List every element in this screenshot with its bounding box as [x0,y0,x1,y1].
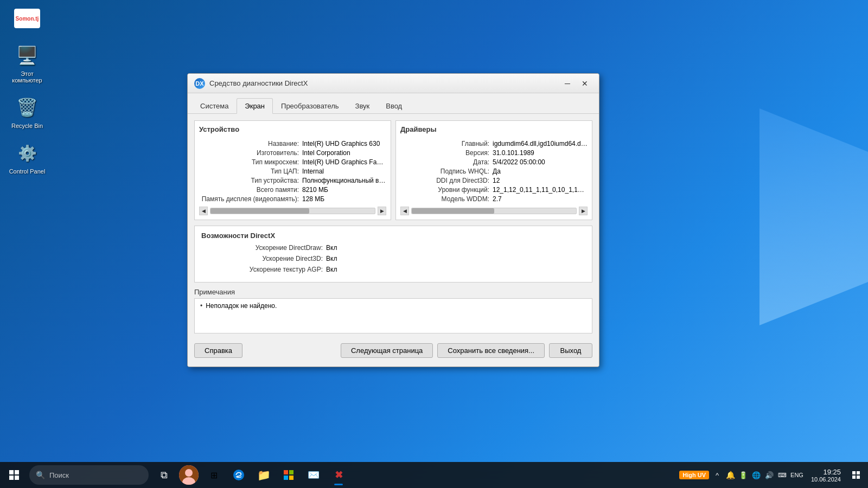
device-chip-label: Тип микросхем: [199,158,302,166]
svg-rect-8 [284,470,288,474]
direct3d-value: Вкл [326,255,337,262]
svg-rect-3 [15,476,19,480]
device-manufacturer-row: Изготовитель: Intel Corporation [199,149,386,157]
notes-text-0: Неполадок не найдено. [206,302,277,310]
driver-version-row: Версия: 31.0.101.1989 [400,149,588,157]
device-scrollbar-track [210,208,375,214]
driver-ddi-row: DDI для Direct3D: 12 [400,177,588,184]
help-button[interactable]: Справка [194,343,242,358]
taskbar-mail[interactable]: ✉️ [302,463,326,487]
svg-rect-11 [289,476,293,480]
clock-date: 10.06.2024 [811,476,841,483]
device-scroll-right[interactable]: ▶ [378,207,386,215]
device-name-row: Название: Intel(R) UHD Graphics 630 [199,140,386,147]
svg-rect-0 [9,470,14,474]
start-button[interactable] [2,463,26,487]
dialog-app-icon: DX [194,78,205,89]
device-manufacturer-value: Intel Corporation [302,149,386,157]
drivers-scroll-bar: ◀ ▶ [400,207,588,215]
directdraw-label: Ускорение DirectDraw: [201,244,326,252]
notification-center-button[interactable] [846,465,866,485]
search-icon: 🔍 [36,471,45,479]
tray-battery-icon[interactable]: 🔋 [738,470,748,480]
svg-rect-14 [852,476,856,479]
taskbar-task-switcher[interactable]: ⊞ [202,463,226,487]
tab-input[interactable]: Ввод [378,98,410,114]
dialog-content: Устройство Название: Intel(R) UHD Graphi… [188,114,599,367]
language-indicator[interactable]: ENG [790,472,803,478]
driver-whql-label: Подпись WHQL: [400,168,493,175]
btn-group-right: Следующая страница Сохранить все сведени… [341,343,592,358]
driver-wddm-value: 2.7 [493,195,588,203]
drivers-info-list: Главный: igdumdim64.dll,igd10iumd64.dll,… [400,140,588,204]
device-total-mem-value: 8210 МБ [302,186,386,194]
system-tray: High UV ^ 🔔 🔋 🌐 🔊 ⌨ ENG [677,470,806,480]
svg-rect-1 [15,470,19,474]
taskbar: 🔍 ⧉ ⊞ [0,462,868,488]
device-disp-mem-label: Память дисплея (видеопамять): [199,195,302,203]
driver-ddi-value: 12 [493,177,588,184]
close-button[interactable]: ✕ [577,78,592,89]
notes-box: • Неполадок не найдено. [194,298,592,333]
tray-network-icon[interactable]: 🌐 [751,470,761,480]
device-name-value: Intel(R) UHD Graphics 630 [302,140,386,147]
driver-wddm-label: Модель WDDM: [400,195,493,203]
tab-screen[interactable]: Экран [237,98,273,114]
tab-sound[interactable]: Звук [347,98,378,114]
desktop-icons: Somon.tj 🖥️ Этот компьютер 🗑️ Recycle Bi… [5,5,49,175]
exit-button[interactable]: Выход [549,343,592,358]
tray-notification-icon[interactable]: 🔔 [725,470,735,480]
clock-area[interactable]: 19:25 10.06.2024 [807,468,845,483]
notes-bullet: • [200,302,202,310]
taskbar-app-list: ⧉ ⊞ 📁 [152,463,676,487]
drivers-scrollbar-thumb [412,208,494,214]
device-type-value: Полнофункциональный видеоадапт [302,177,386,184]
device-type-row: Тип устройства: Полнофункциональный виде… [199,177,386,184]
device-total-mem-row: Всего памяти: 8210 МБ [199,186,386,194]
high-uv-badge[interactable]: High UV [679,471,709,479]
tray-volume-icon[interactable]: 🔊 [764,470,774,480]
tray-keyboard-icon[interactable]: ⌨ [777,470,787,480]
device-disp-mem-value: 128 МБ [302,195,386,203]
agp-row: Ускорение текстур AGP: Вкл [201,266,585,273]
driver-feature-levels-value: 12_1,12_0,11_1,11_0,10_1,10_0,9_3 [493,186,588,194]
save-all-button[interactable]: Сохранить все сведения... [437,343,545,358]
drivers-scroll-right[interactable]: ▶ [579,207,588,215]
device-type-label: Тип устройства: [199,177,302,184]
device-scrollbar-thumb [210,208,309,214]
control-panel-icon: ⚙️ [14,140,40,166]
taskbar-directx-app[interactable]: ✖ [327,463,350,487]
device-panel-title: Устройство [199,125,386,136]
this-pc-icon: 🖥️ [14,42,40,68]
taskbar-edge-browser[interactable] [227,463,251,487]
device-chip-row: Тип микросхем: Intel(R) UHD Graphics Fam… [199,158,386,166]
desktop-icon-somon[interactable]: Somon.tj [5,5,49,31]
drivers-scroll-left[interactable]: ◀ [400,207,409,215]
task-view-button[interactable]: ⧉ [152,463,176,487]
tray-chevron-icon[interactable]: ^ [712,470,722,480]
taskbar-avatar-area[interactable] [177,463,201,487]
next-page-button[interactable]: Следующая страница [341,343,433,358]
taskbar-search-box[interactable]: 🔍 [29,465,149,485]
agp-value: Вкл [326,266,337,273]
taskbar-store[interactable] [277,463,301,487]
tab-system[interactable]: Система [192,98,237,114]
agp-label: Ускорение текстур AGP: [201,266,326,273]
drivers-panel-title: Драйверы [400,125,588,136]
device-chip-value: Intel(R) UHD Graphics Family [302,158,386,166]
directx-features-section: Возможности DirectX Ускорение DirectDraw… [194,226,592,282]
taskbar-file-explorer[interactable]: 📁 [252,463,276,487]
driver-version-value: 31.0.101.1989 [493,149,588,157]
desktop-icon-this-pc[interactable]: 🖥️ Этот компьютер [5,42,49,84]
svg-rect-12 [852,471,856,474]
tab-renderer[interactable]: Преобразователь [273,98,347,114]
minimize-button[interactable]: ─ [560,78,575,89]
driver-date-row: Дата: 5/4/2022 05:00:00 [400,158,588,166]
device-scroll-bar: ◀ ▶ [199,207,386,215]
desktop-icon-recycle[interactable]: 🗑️ Recycle Bin [5,94,49,129]
driver-date-value: 5/4/2022 05:00:00 [493,158,588,166]
device-scroll-left[interactable]: ◀ [199,207,208,215]
search-input[interactable] [49,471,136,479]
device-info-list: Название: Intel(R) UHD Graphics 630 Изго… [199,140,386,204]
desktop-icon-control-panel[interactable]: ⚙️ Control Panel [5,140,49,175]
